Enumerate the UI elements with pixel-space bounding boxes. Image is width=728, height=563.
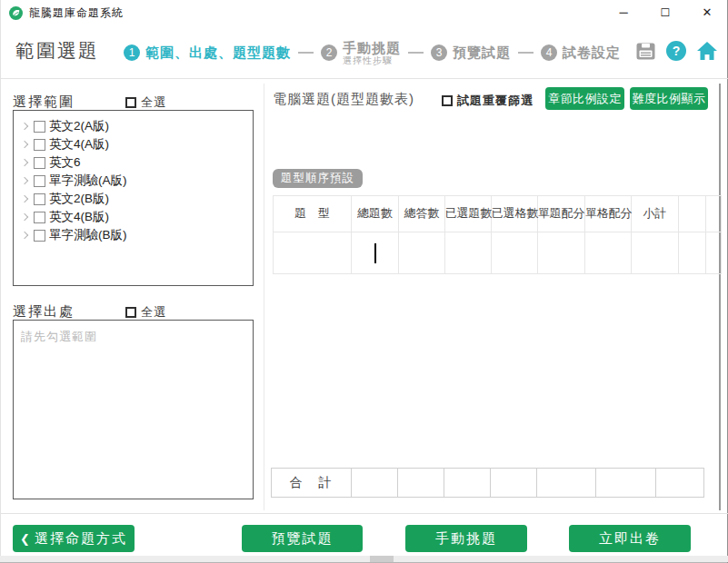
panel-divider bbox=[264, 84, 264, 510]
tree-item-checkbox[interactable] bbox=[34, 121, 45, 133]
horizontal-scrollbar[interactable] bbox=[0, 556, 728, 562]
tree-item[interactable]: 單字測驗(A版) bbox=[19, 172, 249, 190]
step-indicator: 1 範圍、出處、題型題數 2 手動挑題 選擇性步驟 3 預覽試題 4 試卷設定 bbox=[124, 35, 621, 71]
step-dash bbox=[408, 52, 424, 54]
chevron-left-icon: ❮ bbox=[20, 532, 30, 546]
tree-item-checkbox[interactable] bbox=[34, 193, 45, 205]
step-3-number: 3 bbox=[431, 44, 447, 61]
question-type-table: 題 型 總題數 總答數 已選題數 已選格數 單題配分 單格配分 小計 bbox=[273, 195, 722, 274]
total-label: 合 計 bbox=[272, 469, 352, 498]
col-selected-questions: 已選題數 bbox=[445, 196, 492, 232]
tree-item[interactable]: 英文4(A版) bbox=[19, 135, 249, 153]
generate-exam-button[interactable]: 立即出卷 bbox=[569, 525, 691, 552]
range-select-all[interactable]: 全選 bbox=[125, 94, 166, 111]
step-3[interactable]: 3 預覽試題 bbox=[431, 44, 511, 62]
save-icon[interactable] bbox=[634, 40, 656, 62]
preview-questions-button[interactable]: 預覽試題 bbox=[242, 525, 363, 552]
tree-item[interactable]: 英文6 bbox=[19, 153, 249, 172]
computer-select-title: 電腦選題(題型題數表) bbox=[273, 91, 414, 108]
cell-question-type[interactable] bbox=[274, 232, 352, 274]
tree-item[interactable]: 英文2(B版) bbox=[19, 190, 249, 208]
col-empty-2 bbox=[706, 196, 722, 232]
duplicate-filter-checkbox[interactable] bbox=[442, 95, 453, 106]
tree-item-checkbox[interactable] bbox=[34, 157, 45, 169]
duplicate-filter[interactable]: 試題重覆篩選 bbox=[442, 93, 534, 109]
table-header-row: 題 型 總題數 總答數 已選題數 已選格數 單題配分 單格配分 小計 bbox=[274, 196, 722, 232]
tree-item-checkbox[interactable] bbox=[34, 212, 45, 223]
col-points-per-question: 單題配分 bbox=[538, 196, 585, 232]
chapter-ratio-button[interactable]: 章節比例設定 bbox=[545, 87, 624, 110]
back-to-method-button[interactable]: ❮ 選擇命題方式 bbox=[13, 525, 135, 552]
total-cell bbox=[596, 469, 656, 498]
col-points-per-blank: 單格配分 bbox=[585, 196, 632, 232]
title-bar: 龍騰題庫命題系統 ─ ☐ ✕ bbox=[0, 0, 728, 25]
step-2[interactable]: 2 手動挑題 選擇性步驟 bbox=[321, 40, 401, 66]
col-total-questions: 總題數 bbox=[352, 196, 399, 232]
header-divider bbox=[0, 78, 728, 79]
step-1-number: 1 bbox=[124, 44, 140, 61]
source-section-title: 選擇出處 bbox=[13, 303, 75, 321]
cell-subtotal[interactable] bbox=[632, 232, 679, 274]
cell-selected-questions[interactable] bbox=[445, 232, 492, 274]
range-section-title: 選擇範圍 bbox=[13, 94, 75, 111]
minimize-button[interactable]: ─ bbox=[615, 0, 632, 25]
step-1-label: 範圍、出處、題型題數 bbox=[145, 44, 291, 62]
tree-item[interactable]: 單字測驗(B版) bbox=[19, 226, 249, 244]
step-2-label: 手動挑題 bbox=[343, 40, 401, 55]
source-select-all[interactable]: 全選 bbox=[125, 304, 166, 321]
tree-item-label: 單字測驗(B版) bbox=[49, 227, 127, 243]
footer-divider bbox=[0, 513, 728, 514]
chevron-right-icon[interactable] bbox=[21, 141, 28, 148]
type-order-preset-badge[interactable]: 題型順序預設 bbox=[273, 169, 363, 188]
right-panel-border bbox=[719, 84, 721, 510]
cell-selected-blanks[interactable] bbox=[492, 232, 538, 274]
tree-item-checkbox[interactable] bbox=[34, 175, 45, 187]
maximize-button[interactable]: ☐ bbox=[657, 0, 673, 25]
total-cell bbox=[537, 469, 596, 498]
app-window: 龍騰題庫命題系統 ─ ☐ ✕ 範圍選題 1 範圍、出處、題型題數 2 手動挑題 … bbox=[0, 0, 728, 563]
manual-pick-button[interactable]: 手動挑題 bbox=[405, 525, 527, 552]
tree-item-checkbox[interactable] bbox=[34, 230, 45, 242]
tree-item-label: 單字測驗(A版) bbox=[49, 173, 127, 189]
step-4[interactable]: 4 試卷設定 bbox=[541, 44, 621, 62]
range-tree: 英文2(A版) 英文4(A版) 英文6 單字測驗(A版) 英文2(B版) 英文4… bbox=[13, 110, 254, 286]
step-1[interactable]: 1 範圍、出處、題型題數 bbox=[124, 44, 291, 62]
step-2-sublabel: 選擇性步驟 bbox=[343, 55, 401, 66]
table-row bbox=[274, 232, 722, 274]
step-2-number: 2 bbox=[321, 44, 337, 61]
total-row: 合 計 bbox=[272, 469, 704, 498]
close-button[interactable]: ✕ bbox=[699, 0, 715, 25]
cell-points-per-question[interactable] bbox=[538, 232, 585, 274]
cell-total-answers[interactable] bbox=[399, 232, 445, 274]
difficulty-ratio-button[interactable]: 難度比例顯示 bbox=[630, 87, 708, 110]
col-question-type: 題 型 bbox=[274, 196, 352, 232]
range-select-all-checkbox[interactable] bbox=[125, 97, 136, 108]
scrollbar-thumb[interactable] bbox=[370, 556, 394, 562]
chevron-right-icon[interactable] bbox=[21, 213, 28, 221]
step-dash bbox=[298, 52, 314, 54]
tree-item-label: 英文4(A版) bbox=[49, 136, 109, 153]
total-cell bbox=[491, 469, 537, 498]
col-empty-1 bbox=[679, 196, 706, 232]
text-caret bbox=[374, 243, 376, 263]
tree-item[interactable]: 英文2(A版) bbox=[19, 117, 249, 135]
col-selected-blanks: 已選格數 bbox=[492, 196, 538, 232]
chevron-right-icon[interactable] bbox=[21, 232, 28, 239]
cell-total-questions[interactable] bbox=[352, 232, 399, 274]
total-cell bbox=[444, 469, 491, 498]
source-select-all-checkbox[interactable] bbox=[125, 307, 136, 318]
help-icon[interactable]: ? bbox=[665, 40, 687, 62]
chevron-right-icon[interactable] bbox=[21, 177, 28, 184]
step-3-label: 預覽試題 bbox=[453, 44, 511, 62]
tree-item[interactable]: 英文4(B版) bbox=[19, 208, 249, 226]
tree-item-label: 英文2(B版) bbox=[49, 191, 109, 207]
chevron-right-icon[interactable] bbox=[21, 195, 28, 202]
cell-points-per-blank[interactable] bbox=[585, 232, 632, 274]
tree-item-label: 英文6 bbox=[49, 154, 81, 171]
window-title: 龍騰題庫命題系統 bbox=[29, 5, 124, 21]
chevron-right-icon[interactable] bbox=[21, 159, 28, 166]
tree-item-checkbox[interactable] bbox=[34, 139, 45, 151]
home-icon[interactable] bbox=[696, 40, 718, 62]
total-cell bbox=[352, 469, 398, 498]
chevron-right-icon[interactable] bbox=[21, 123, 28, 130]
